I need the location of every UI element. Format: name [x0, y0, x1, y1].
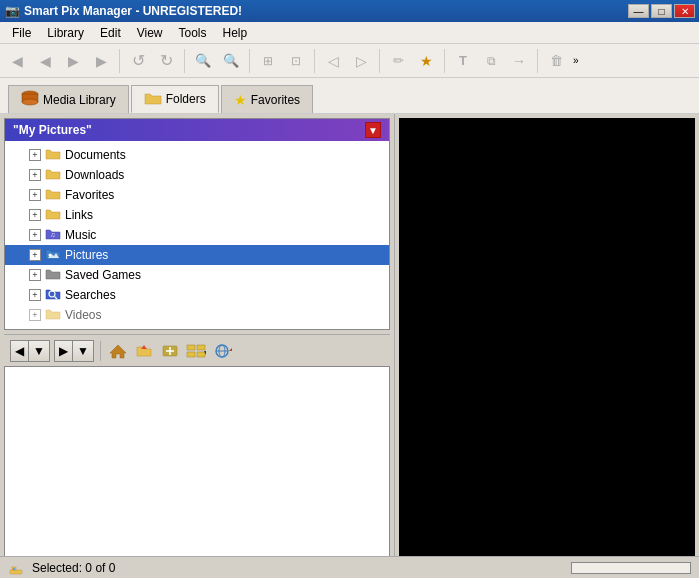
- folder-icon-links: [45, 207, 61, 223]
- star-button[interactable]: ★: [413, 48, 439, 74]
- expand-pictures[interactable]: +: [29, 249, 41, 261]
- title-bar-buttons: — □ ✕: [628, 4, 695, 18]
- tree-item-saved-games[interactable]: + Saved Games: [5, 265, 389, 285]
- tree-item-links[interactable]: + Links: [5, 205, 389, 225]
- tree-item-videos[interactable]: + Videos: [5, 305, 389, 325]
- folders-icon: [144, 90, 162, 109]
- expand-favorites[interactable]: +: [29, 189, 41, 201]
- nav-next-button[interactable]: ▶: [60, 48, 86, 74]
- minimize-button[interactable]: —: [628, 4, 649, 18]
- close-button[interactable]: ✕: [674, 4, 695, 18]
- expand-links[interactable]: +: [29, 209, 41, 221]
- preview-panel: [399, 118, 695, 574]
- title-bar-text: Smart Pix Manager - UNREGISTERED!: [24, 4, 628, 18]
- tree-item-pictures[interactable]: + Pictures: [5, 245, 389, 265]
- folder-icon-documents: [45, 147, 61, 163]
- nav-back-button[interactable]: ◀: [4, 48, 30, 74]
- delete-button[interactable]: 🗑: [543, 48, 569, 74]
- main-area: "My Pictures" ▼ + Documents: [0, 114, 699, 578]
- menu-tools[interactable]: Tools: [171, 24, 215, 42]
- maximize-button[interactable]: □: [651, 4, 672, 18]
- tree-label-links: Links: [65, 208, 93, 222]
- svg-rect-19: [13, 568, 15, 570]
- tree-label-documents: Documents: [65, 148, 126, 162]
- up-folder-button[interactable]: [133, 340, 155, 362]
- title-bar: 📷 Smart Pix Manager - UNREGISTERED! — □ …: [0, 0, 699, 22]
- svg-rect-10: [187, 352, 195, 357]
- rotate-left-button[interactable]: ↺: [125, 48, 151, 74]
- nav-sep1: [100, 341, 101, 361]
- toolbar-more[interactable]: »: [571, 55, 581, 66]
- menu-help[interactable]: Help: [215, 24, 256, 42]
- home-button[interactable]: [107, 340, 129, 362]
- sep6: [444, 49, 445, 73]
- folder-panel-close-button[interactable]: ▼: [365, 122, 381, 138]
- status-bar: Selected: 0 of 0: [0, 556, 699, 578]
- tree-label-searches: Searches: [65, 288, 116, 302]
- rename-button[interactable]: ✏: [385, 48, 411, 74]
- menu-library[interactable]: Library: [39, 24, 92, 42]
- next-page-button[interactable]: ▷: [348, 48, 374, 74]
- nav-browse-button[interactable]: [211, 340, 233, 362]
- folder-panel: "My Pictures" ▼ + Documents: [4, 118, 390, 330]
- app-icon: 📷: [4, 3, 20, 19]
- tree-label-music: Music: [65, 228, 96, 242]
- svg-rect-11: [197, 352, 205, 357]
- expand-downloads[interactable]: +: [29, 169, 41, 181]
- tree-item-music[interactable]: + ♫ Music: [5, 225, 389, 245]
- prev-page-button[interactable]: ◁: [320, 48, 346, 74]
- tree-item-downloads[interactable]: + Downloads: [5, 165, 389, 185]
- back-dropdown-button[interactable]: ▼: [28, 340, 50, 362]
- menu-file[interactable]: File: [4, 24, 39, 42]
- rotate-right-button[interactable]: ↻: [153, 48, 179, 74]
- tree-item-searches[interactable]: + Searches: [5, 285, 389, 305]
- status-text: Selected: 0 of 0: [32, 561, 571, 575]
- copy-button[interactable]: ⧉: [478, 48, 504, 74]
- expand-music[interactable]: +: [29, 229, 41, 241]
- left-panel: "My Pictures" ▼ + Documents: [0, 114, 395, 578]
- expand-videos[interactable]: +: [29, 309, 41, 321]
- expand-searches[interactable]: +: [29, 289, 41, 301]
- folder-tree[interactable]: + Documents +: [5, 141, 389, 329]
- back-button[interactable]: ◀: [10, 340, 28, 362]
- forward-dropdown-button[interactable]: ▼: [72, 340, 94, 362]
- expand-documents[interactable]: +: [29, 149, 41, 161]
- actual-size-button[interactable]: ⊡: [283, 48, 309, 74]
- folder-tree-container: + Documents +: [5, 141, 389, 329]
- tree-label-favorites: Favorites: [65, 188, 114, 202]
- status-icon: [8, 560, 24, 576]
- folder-icon-favorites: [45, 187, 61, 203]
- tree-item-favorites[interactable]: + Favorites: [5, 185, 389, 205]
- menu-view[interactable]: View: [129, 24, 171, 42]
- tree-label-videos: Videos: [65, 308, 101, 322]
- nav-extra-button[interactable]: [159, 340, 181, 362]
- zoom-out-button[interactable]: 🔍: [190, 48, 216, 74]
- fit-button[interactable]: ⊞: [255, 48, 281, 74]
- tab-media-library-label: Media Library: [43, 93, 116, 107]
- folder-icon-saved-games: [45, 267, 61, 283]
- nav-prev-button[interactable]: ◀: [32, 48, 58, 74]
- text-button[interactable]: T: [450, 48, 476, 74]
- zoom-in-button[interactable]: 🔍: [218, 48, 244, 74]
- folder-icon-downloads: [45, 167, 61, 183]
- nav-bar: ◀ ▼ ▶ ▼: [4, 334, 390, 366]
- folder-panel-title: "My Pictures": [13, 123, 92, 137]
- tree-label-downloads: Downloads: [65, 168, 124, 182]
- tab-favorites[interactable]: ★ Favorites: [221, 85, 313, 113]
- tree-label-pictures: Pictures: [65, 248, 108, 262]
- nav-fwd-button[interactable]: ▶: [88, 48, 114, 74]
- tree-label-saved-games: Saved Games: [65, 268, 141, 282]
- arrow-button[interactable]: →: [506, 48, 532, 74]
- sep4: [314, 49, 315, 73]
- folder-icon-music: ♫: [45, 227, 61, 243]
- tab-media-library[interactable]: Media Library: [8, 85, 129, 113]
- media-library-icon: [21, 90, 39, 109]
- tab-folders[interactable]: Folders: [131, 85, 219, 113]
- expand-saved-games[interactable]: +: [29, 269, 41, 281]
- sep1: [119, 49, 120, 73]
- nav-view-button[interactable]: [185, 340, 207, 362]
- menu-edit[interactable]: Edit: [92, 24, 129, 42]
- forward-button[interactable]: ▶: [54, 340, 72, 362]
- folder-panel-header: "My Pictures" ▼: [5, 119, 389, 141]
- tree-item-documents[interactable]: + Documents: [5, 145, 389, 165]
